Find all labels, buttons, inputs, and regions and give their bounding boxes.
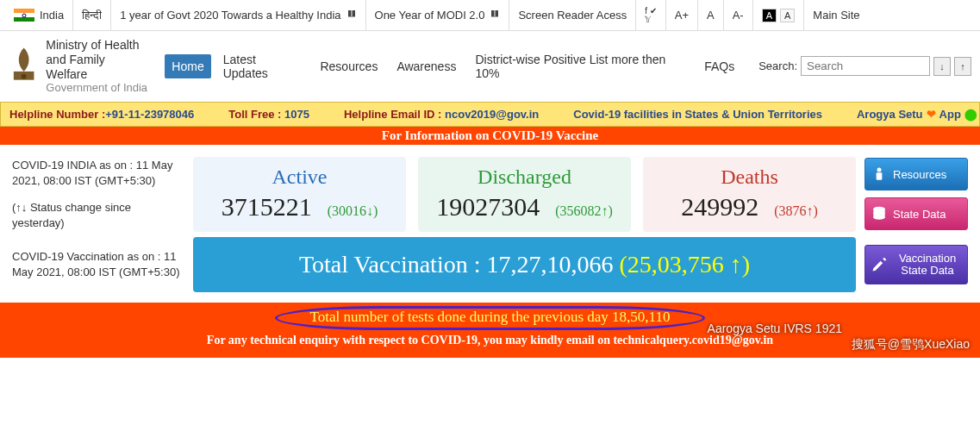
search-form: Search: ↓ ↑ (758, 56, 971, 76)
india-flag-icon (14, 9, 34, 22)
contrast-dark-button[interactable]: A (762, 9, 777, 22)
primary-nav: Home Latest Updates Resources Awareness … (165, 47, 741, 85)
vacc-delta: (25,03,756 ↑) (619, 251, 750, 278)
screen-reader-link[interactable]: Screen Reader Acess (509, 0, 636, 30)
svg-rect-3 (877, 173, 883, 180)
resources-button[interactable]: Resources (865, 158, 968, 191)
nav-home[interactable]: Home (165, 54, 210, 78)
card-active: Active 3715221(30016↓) (193, 157, 406, 232)
dashboard-row: COVID-19 INDIA as on : 11 May 2021, 08:0… (0, 145, 980, 237)
search-label: Search: (758, 59, 797, 72)
nav-faqs[interactable]: FAQs (697, 54, 741, 78)
deaths-value: 249992 (681, 192, 758, 222)
toll-free: Toll Free : 1075 (228, 108, 309, 121)
helpline-email: Helpline Email ID : ncov2019@gov.in (344, 108, 539, 121)
nav-district-list[interactable]: District-wise Positive List more then 10… (468, 47, 692, 85)
main-site-link[interactable]: Main Site (804, 0, 868, 30)
state-data-button[interactable]: State Data (865, 197, 968, 230)
modi-year-link[interactable]: One Year of MODI 2.0 (366, 0, 510, 30)
side-buttons-top: Resources State Data (865, 158, 968, 230)
font-normal-button[interactable]: A (698, 0, 724, 30)
active-value: 3715221 (222, 192, 312, 222)
helpline-bar: Helpline Number :+91-11-23978046 Toll Fr… (0, 102, 980, 127)
total-vaccination-card: Total Vaccination : 17,27,10,066 (25,03,… (193, 237, 856, 292)
deaths-delta: (3876↑) (774, 203, 818, 218)
tech-enquiry-text: For any technical enquiry with respect t… (207, 334, 773, 347)
font-increase-button[interactable]: A+ (666, 0, 698, 30)
country-cell[interactable]: India (5, 0, 73, 30)
svg-point-8 (873, 216, 884, 220)
contrast-light-button[interactable]: A (780, 9, 795, 22)
sort-down-button[interactable]: ↓ (933, 57, 951, 76)
stat-cards: Active 3715221(30016↓) Discharged 190273… (193, 157, 856, 232)
nav-latest-updates[interactable]: Latest Updates (216, 47, 309, 85)
site-header: Ministry of Health and Family Welfare Go… (0, 31, 980, 102)
vaccination-row: COVID-19 Vaccination as on : 11 May 2021… (0, 237, 980, 303)
dashboard-info: COVID-19 INDIA as on : 11 May 2021, 08:0… (12, 158, 184, 230)
emblem-icon (9, 46, 39, 87)
vaccination-state-data-button[interactable]: Vaccination State Data (865, 245, 968, 285)
vacc-value: 17,27,10,066 (486, 251, 613, 278)
active-delta: (30016↓) (328, 203, 378, 218)
nav-awareness[interactable]: Awareness (390, 54, 463, 78)
site-logo[interactable]: Ministry of Health and Family Welfare Go… (9, 38, 147, 95)
nav-resources[interactable]: Resources (313, 54, 384, 78)
govt-year-link[interactable]: 1 year of Govt 2020 Towards a Healthy In… (111, 0, 365, 30)
vacc-label: Total Vaccination : (299, 251, 487, 278)
resources-icon (871, 166, 888, 183)
svg-point-1 (22, 74, 27, 79)
vaccine-info-bar[interactable]: For Information on COVID-19 Vaccine (0, 127, 980, 145)
tests-highlight: Total number of tests done during the pr… (275, 306, 706, 330)
social-cell: f ✔ 𝕐 (636, 0, 666, 30)
ivrs-text: Aarogya Setu IVRS 1921 (708, 322, 842, 335)
search-input[interactable] (801, 56, 930, 76)
syringe-icon (871, 256, 888, 273)
vacc-asof: COVID-19 Vaccination as on : 11 May 2021… (12, 249, 184, 279)
helpline-number: Helpline Number :+91-11-23978046 (9, 108, 194, 121)
top-utility-bar: India हिन्दी 1 year of Govt 2020 Towards… (0, 0, 980, 31)
language-link[interactable]: हिन्दी (73, 0, 111, 30)
asof-label: COVID-19 INDIA as on : 11 May 2021, 08:0… (12, 158, 184, 188)
facebook-icon[interactable]: f ✔ (645, 7, 657, 16)
ministry-title: Ministry of Health and Family Welfare Go… (46, 38, 147, 95)
status-change-label: (↑↓ Status change since yesterday) (12, 200, 184, 230)
footer-bar: Total number of tests done during the pr… (0, 303, 980, 358)
contrast-cell: A A (753, 0, 805, 30)
sort-up-button[interactable]: ↑ (954, 57, 971, 76)
font-decrease-button[interactable]: A- (724, 0, 753, 30)
arogya-setu-link[interactable]: Arogya Setu ❤ App ⬤ ⬤ (857, 108, 980, 121)
database-icon (871, 205, 888, 222)
twitter-icon[interactable]: 𝕐 (645, 16, 657, 24)
discharged-delta: (356082↑) (555, 203, 613, 218)
watermark-text: 搜狐号@雪鸮XueXiao (852, 337, 970, 353)
facilities-link[interactable]: Covid-19 facilities in States & Union Te… (573, 108, 822, 121)
svg-point-2 (877, 168, 882, 172)
card-discharged: Discharged 19027304(356082↑) (418, 157, 631, 232)
country-label: India (40, 9, 64, 22)
heart-icon: ❤ (927, 108, 936, 121)
book-icon (346, 9, 357, 22)
card-deaths: Deaths 249992(3876↑) (643, 157, 856, 232)
android-icon: ⬤ (964, 108, 977, 121)
book-icon (490, 9, 500, 22)
discharged-value: 19027304 (436, 192, 540, 222)
side-buttons-bottom: Vaccination State Data (865, 245, 968, 285)
